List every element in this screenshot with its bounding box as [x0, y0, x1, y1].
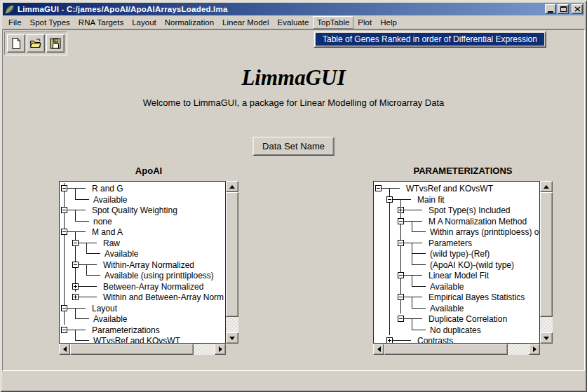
tree-row[interactable]: Raw: [60, 238, 225, 249]
tree-row[interactable]: Available: [60, 248, 225, 259]
menu-rna-targets[interactable]: RNA Targets: [74, 16, 128, 29]
expand-plus-icon[interactable]: [72, 283, 79, 290]
scrollbar-thumb[interactable]: [226, 192, 238, 317]
close-button[interactable]: [572, 4, 583, 14]
scroll-right-button[interactable]: [215, 344, 226, 355]
tree-panel-right: WTvsRef and KOvsWTMain fitSpot Type(s) I…: [373, 181, 553, 355]
tree-row[interactable]: Duplicate Correlation: [374, 313, 539, 325]
tree-row[interactable]: Empirical Bayes Statistics: [374, 292, 539, 303]
tree-row[interactable]: Between-Array Normalized: [60, 281, 225, 292]
tree-label: R and G: [92, 184, 123, 194]
tree-row[interactable]: Main fit: [374, 194, 539, 205]
menu-toptable[interactable]: TopTable: [313, 16, 353, 29]
tree-label: (ApoAI KO)-(wild type): [430, 260, 514, 270]
horizontal-scrollbar[interactable]: [59, 344, 226, 355]
scroll-up-button[interactable]: [226, 181, 238, 192]
tree-row[interactable]: R and G: [60, 183, 225, 194]
scroll-right-button[interactable]: [529, 344, 540, 355]
tree-label: Contrasts: [417, 336, 453, 344]
tree-row[interactable]: Linear Model Fit: [374, 270, 539, 281]
tree-row[interactable]: Available (using printtiploess): [60, 270, 225, 281]
tree-label: (wild type)-(Ref): [430, 249, 490, 259]
tree-row[interactable]: WTvsRef and KOvsWT: [60, 335, 225, 344]
tree-label: Available: [430, 304, 464, 313]
expand-minus-icon[interactable]: [61, 229, 67, 235]
vertical-scrollbar[interactable]: [540, 181, 553, 344]
tree-row[interactable]: M A Normalization Method: [374, 216, 539, 227]
tree-row[interactable]: (wild type)-(Ref): [374, 248, 539, 259]
scrollbar-track[interactable]: [194, 344, 215, 355]
tree-row[interactable]: Within-Array Normalized: [60, 259, 225, 271]
tree-row[interactable]: Layout: [60, 303, 225, 314]
scrollbar-track[interactable]: [540, 317, 553, 332]
expand-plus-icon[interactable]: [386, 337, 393, 344]
tree-row[interactable]: Available: [60, 313, 225, 325]
expand-minus-icon[interactable]: [72, 262, 79, 268]
expand-minus-icon[interactable]: [398, 240, 404, 246]
tree-row[interactable]: Spot Quality Weighting: [60, 205, 225, 216]
menu-normalization[interactable]: Normalization: [161, 16, 218, 29]
tree-row[interactable]: Spot Type(s) Included: [374, 205, 539, 216]
expand-minus-icon[interactable]: [398, 294, 404, 300]
vertical-scrollbar[interactable]: [226, 181, 238, 344]
scrollbar-track[interactable]: [226, 317, 238, 332]
expand-minus-icon[interactable]: [61, 185, 67, 191]
menu-file[interactable]: File: [4, 16, 26, 29]
scroll-down-button[interactable]: [226, 332, 238, 344]
titlebar[interactable]: LimmaGUI - C:/james/ApoAI/ApoAIArraysLoa…: [3, 3, 584, 15]
scroll-left-button[interactable]: [59, 344, 70, 355]
scroll-left-button[interactable]: [373, 344, 384, 355]
expand-minus-icon[interactable]: [72, 240, 79, 246]
expand-minus-icon[interactable]: [61, 327, 67, 333]
menu-spot-types[interactable]: Spot Types: [26, 16, 74, 29]
tree-row[interactable]: Parameters: [374, 238, 539, 249]
tree-label: Raw: [103, 238, 120, 248]
tree-label: Parameters: [429, 238, 472, 248]
tree-row[interactable]: Parameterizations: [60, 325, 225, 336]
new-page-icon: [10, 37, 22, 50]
menu-linear-model[interactable]: Linear Model: [218, 16, 273, 29]
tree-row[interactable]: Within arrays (printtiploess) on: [374, 227, 539, 238]
arrow-down-icon: [229, 337, 235, 343]
horizontal-scrollbar[interactable]: [373, 344, 540, 355]
menu-plot[interactable]: Plot: [353, 16, 376, 29]
data-set-name-button[interactable]: Data Set Name: [252, 137, 335, 156]
maximize-button[interactable]: [558, 4, 569, 14]
menu-evaluate[interactable]: Evaluate: [274, 16, 313, 29]
scrollbar-thumb[interactable]: [540, 192, 553, 317]
tree-row[interactable]: Available: [60, 194, 225, 205]
minimize-icon: [548, 11, 553, 13]
new-file-button[interactable]: [7, 34, 25, 53]
menu-help[interactable]: Help: [376, 16, 401, 29]
expand-plus-icon[interactable]: [72, 294, 79, 300]
menu-item-table-of-genes[interactable]: Table of Genes Ranked in order of Differ…: [316, 33, 544, 46]
open-file-button[interactable]: [27, 34, 45, 53]
expand-minus-icon[interactable]: [398, 272, 404, 278]
scrollbar-thumb[interactable]: [384, 344, 508, 355]
expand-minus-icon[interactable]: [386, 196, 393, 203]
minimize-button[interactable]: [545, 4, 556, 14]
expand-minus-icon[interactable]: [398, 218, 404, 224]
arrow-left-icon: [60, 346, 67, 352]
tree-row[interactable]: Within and Between-Array Norm: [60, 292, 225, 303]
tree-row[interactable]: WTvsRef and KOvsWT: [374, 183, 539, 194]
tree-row[interactable]: No duplicates: [374, 325, 539, 336]
scroll-down-button[interactable]: [540, 332, 553, 344]
scrollbar-track[interactable]: [508, 344, 529, 355]
expand-minus-icon[interactable]: [61, 305, 67, 311]
tree-row[interactable]: (ApoAI KO)-(wild type): [374, 259, 539, 271]
scrollbar-thumb[interactable]: [70, 344, 194, 355]
tree-row[interactable]: Contrasts: [374, 335, 539, 344]
menu-layout[interactable]: Layout: [128, 16, 161, 29]
expand-minus-icon[interactable]: [375, 185, 382, 191]
scroll-up-button[interactable]: [540, 181, 553, 192]
expand-minus-icon[interactable]: [61, 207, 67, 213]
tree-row[interactable]: M and A: [60, 227, 225, 238]
tree-row[interactable]: none: [60, 216, 225, 227]
tree-row[interactable]: Available: [374, 303, 539, 314]
save-file-button[interactable]: [46, 34, 65, 53]
arrow-up-icon: [229, 182, 235, 189]
expand-plus-icon[interactable]: [398, 207, 404, 213]
tree-row[interactable]: Available: [374, 281, 539, 292]
expand-minus-icon[interactable]: [398, 316, 404, 322]
